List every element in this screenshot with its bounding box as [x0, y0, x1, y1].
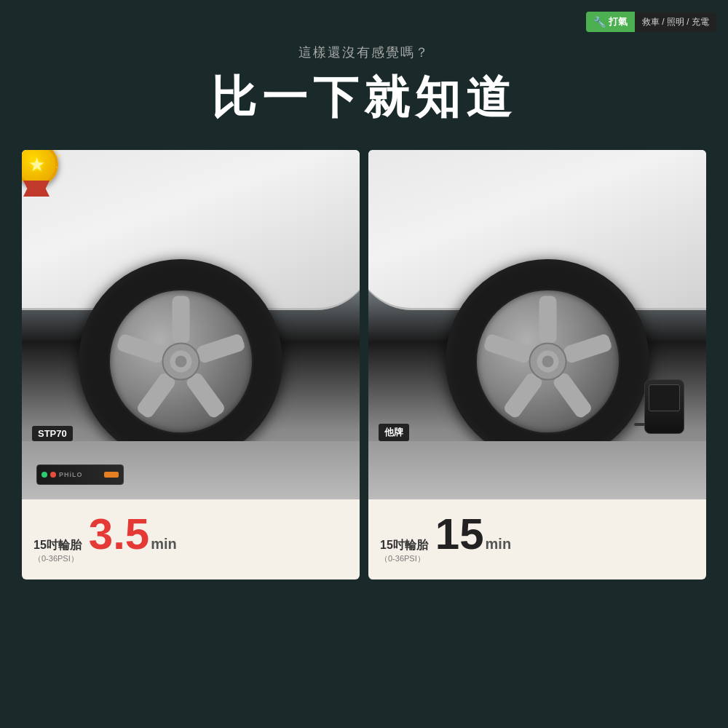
medal-badge: ★ ✦ ✦ ·	[22, 150, 73, 201]
star-icon: ★	[28, 154, 45, 176]
badge-pump-label: 打氣	[609, 15, 628, 28]
svg-rect-1	[195, 333, 245, 364]
sparkle-icon-3: ·	[55, 163, 58, 171]
right-tire-info: 15吋輪胎 （0-36PSI）	[380, 538, 428, 564]
left-time-display: 3.5 min	[89, 513, 177, 556]
left-tire-outer	[79, 259, 282, 463]
left-panel-stats: 15吋輪胎 （0-36PSI） 3.5 min	[22, 499, 360, 579]
left-wheel-container	[79, 259, 282, 463]
product-badge: 🔧 打氣 救車 / 照明 / 充電	[586, 12, 716, 32]
svg-point-15	[542, 355, 553, 367]
pump-hose	[634, 423, 645, 426]
right-tire-outer	[446, 259, 649, 463]
left-tire-info: 15吋輪胎 （0-36PSI）	[33, 538, 82, 564]
svg-rect-8	[539, 296, 556, 343]
svg-rect-10	[551, 371, 593, 419]
right-time-unit: min	[486, 536, 512, 553]
left-panel-tag: STP70	[32, 426, 73, 441]
pump-led-green	[41, 472, 47, 478]
badge-features: 救車 / 照明 / 充電	[635, 12, 716, 32]
badge-green: 🔧 打氣	[586, 12, 635, 32]
left-tire-label: 15吋輪胎	[33, 539, 82, 551]
right-wheel-container	[446, 259, 649, 463]
right-tire-label: 15吋輪胎	[380, 539, 428, 551]
right-panel-stats: 15吋輪胎 （0-36PSI） 15 min	[368, 499, 706, 579]
right-pavement	[368, 441, 706, 499]
right-psi-label: （0-36PSI）	[380, 553, 428, 564]
left-time-number: 3.5	[89, 513, 149, 556]
left-rim-svg	[110, 290, 252, 432]
right-stats-row: 15吋輪胎 （0-36PSI） 15 min	[380, 513, 695, 564]
medal-ribbon	[23, 181, 50, 197]
left-psi-label: （0-36PSI）	[33, 553, 82, 564]
right-time-display: 15 min	[435, 513, 511, 556]
svg-rect-3	[135, 371, 177, 419]
header-title: 比一下就知道	[0, 67, 728, 128]
svg-point-7	[175, 355, 186, 367]
left-stats-row: 15吋輪胎 （0-36PSI） 3.5 min	[33, 513, 348, 564]
svg-rect-9	[562, 333, 612, 364]
left-scene: PHiLO STP70	[22, 150, 360, 499]
right-rim-svg	[477, 290, 619, 432]
tire-pump-icon: 🔧	[593, 16, 606, 28]
left-panel: ★ ✦ ✦ ·	[22, 150, 360, 579]
header-subtitle: 這樣還沒有感覺嗎？	[0, 44, 728, 61]
stp70-pump-device: PHiLO	[36, 464, 124, 485]
pump-orange-element	[104, 472, 119, 478]
right-rim	[477, 290, 619, 432]
pump-led-red	[50, 472, 56, 478]
pump-brand-text: PHiLO	[59, 471, 83, 478]
right-scene: 他牌	[368, 150, 706, 499]
left-rim	[110, 290, 252, 432]
svg-rect-12	[483, 333, 533, 364]
svg-rect-4	[116, 333, 166, 364]
right-time-number: 15	[435, 513, 484, 556]
comparison-section: ★ ✦ ✦ ·	[0, 150, 728, 579]
svg-rect-2	[184, 371, 226, 419]
other-pump-device	[644, 379, 684, 434]
right-panel-tag: 他牌	[379, 424, 409, 441]
left-time-unit: min	[151, 536, 177, 553]
svg-rect-11	[502, 371, 544, 419]
svg-rect-0	[172, 296, 189, 343]
right-panel: 他牌 15吋輪胎 （0-36PSI） 15 min	[368, 150, 706, 579]
sparkle-icon-2: ✦	[57, 153, 62, 159]
